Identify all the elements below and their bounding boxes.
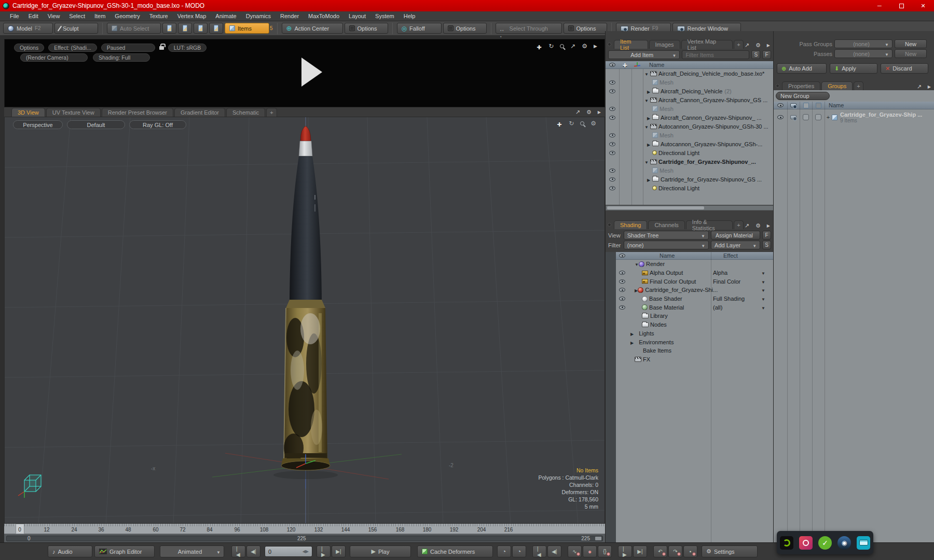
menu-dynamics[interactable]: Dynamics xyxy=(241,13,276,19)
preview-camera-button[interactable]: (Render Camera) xyxy=(20,53,88,62)
auto-key-button-3[interactable]: ▪ xyxy=(683,545,697,557)
table-row[interactable]: Aircraft_Cannon_Gryazev-Shipunov_GS ... xyxy=(606,95,774,104)
expander-icon[interactable] xyxy=(645,176,652,183)
table-row[interactable]: Alpha Output Alpha xyxy=(606,269,774,277)
filter-checkbox[interactable] xyxy=(803,114,809,120)
auto-key-button-1[interactable]: ↶ xyxy=(653,545,667,557)
red-app-icon[interactable] xyxy=(799,536,813,550)
filter-button[interactable]: F xyxy=(762,231,771,240)
filter-button[interactable]: F xyxy=(762,50,771,59)
item-list-hscrollbar[interactable] xyxy=(606,205,774,211)
tab-render-preset-browser[interactable]: Render Preset Browser xyxy=(102,108,173,117)
chevron-down-icon[interactable] xyxy=(761,296,765,302)
tab-gradient-editor[interactable]: Gradient Editor xyxy=(174,108,225,117)
gear-icon[interactable] xyxy=(756,222,761,229)
menu-layout[interactable]: Layout xyxy=(344,13,370,19)
table-row[interactable]: FX xyxy=(606,355,774,364)
table-row[interactable]: Aircraft_Deicing_Vehicle_modo_base.lxo* xyxy=(606,69,774,78)
passes-dropdown[interactable]: (none) xyxy=(834,49,892,58)
expander-icon[interactable] xyxy=(643,97,650,103)
menu-texture[interactable]: Texture xyxy=(145,13,173,19)
preview-options-button[interactable]: Options xyxy=(14,44,44,52)
tab-images[interactable]: Images xyxy=(649,40,680,49)
apply-button[interactable]: ⬇ Apply xyxy=(830,63,877,74)
chevron-down-icon[interactable] xyxy=(761,278,765,285)
timeline-ruler[interactable]: 0 12 24 36 48 60 72 84 96 108 120 132 14… xyxy=(4,524,605,534)
panel-arrow-icon[interactable] xyxy=(767,223,770,228)
key-bracket-button[interactable]: {} xyxy=(598,545,612,557)
menu-vertex-map[interactable]: Vertex Map xyxy=(173,13,211,19)
table-row[interactable]: Autocannon_Gryazev-Shipunov_GSh-... xyxy=(606,139,774,148)
chevron-down-icon[interactable] xyxy=(761,287,765,293)
table-row[interactable]: Directional Light xyxy=(606,184,774,192)
menu-file[interactable]: File xyxy=(5,13,24,19)
table-row[interactable]: Cartridge_for_Gryazev-Shipunov_... xyxy=(606,157,774,166)
eye-icon[interactable] xyxy=(609,177,615,181)
spinner-icon[interactable]: ◀▶ xyxy=(303,549,309,554)
time-marker-button-1[interactable] xyxy=(497,545,511,557)
graph-editor-button[interactable]: Graph Editor xyxy=(94,545,155,557)
eye-icon[interactable] xyxy=(609,169,615,173)
table-row[interactable]: Environments xyxy=(606,338,774,346)
menu-render[interactable]: Render xyxy=(276,13,304,19)
auto-select-button[interactable]: Auto Select xyxy=(107,23,161,34)
select-through-button[interactable]: Select Through xyxy=(496,23,562,34)
default-shading-button[interactable]: Default xyxy=(67,120,125,129)
expander-icon[interactable] xyxy=(645,141,652,147)
key-channel-button[interactable]: ∿ xyxy=(568,545,582,557)
nvidia-icon[interactable] xyxy=(780,536,793,550)
expander-icon[interactable] xyxy=(643,123,650,130)
go-end-button[interactable]: ▶| xyxy=(332,545,346,557)
preview-shading-button[interactable]: Shading: Full xyxy=(93,53,150,62)
table-row[interactable]: Mesh xyxy=(606,166,774,175)
minimize-button[interactable]: ─ xyxy=(869,0,890,11)
menu-item[interactable]: Item xyxy=(90,13,110,19)
panel-arrow-icon[interactable] xyxy=(594,44,597,49)
expander-icon[interactable] xyxy=(630,330,634,337)
menu-maxtomodo[interactable]: MaxToModo xyxy=(304,13,344,19)
filter-dropdown[interactable]: (none) xyxy=(624,241,709,249)
pan-icon[interactable] xyxy=(557,121,562,127)
time-marker-button-2[interactable] xyxy=(512,545,526,557)
selected-filter-button[interactable]: S xyxy=(762,241,771,249)
tab-properties[interactable]: Properties xyxy=(782,81,820,90)
expander-icon[interactable] xyxy=(643,71,650,77)
tab-shading[interactable]: Shading xyxy=(614,220,647,229)
lock-icon[interactable] xyxy=(159,46,164,50)
table-row[interactable]: Final Color Output Final Color xyxy=(606,277,774,286)
edges-mode-button[interactable] xyxy=(178,23,192,34)
auto-key-button-2[interactable]: ↷ xyxy=(668,545,682,557)
zoom-icon[interactable] xyxy=(580,121,584,125)
tab-add[interactable]: + xyxy=(734,220,743,229)
next-frame-key-button[interactable]: |▶ xyxy=(618,545,632,557)
pan-icon[interactable] xyxy=(537,44,542,49)
tab-channels[interactable]: Channels xyxy=(648,220,684,229)
table-row[interactable]: Mesh xyxy=(606,104,774,113)
table-row[interactable]: Lights xyxy=(606,329,774,338)
render-toggle-icon[interactable] xyxy=(790,115,796,119)
step-forward-button[interactable]: |▶ xyxy=(317,545,331,557)
preview-lut-button[interactable]: LUT: sRGB xyxy=(168,44,207,52)
polygons-mode-button[interactable] xyxy=(194,23,208,34)
assign-material-button[interactable]: Assign Material xyxy=(711,231,760,240)
eye-icon[interactable] xyxy=(609,142,615,146)
tab-uv-texture-view[interactable]: UV Texture View xyxy=(46,108,101,117)
orbit-icon[interactable] xyxy=(548,43,554,50)
action-center-button[interactable]: ⊕ Action Center xyxy=(282,23,343,34)
maximize-button[interactable] xyxy=(890,0,912,11)
expand-icon[interactable] xyxy=(570,43,575,50)
keyboard-icon[interactable] xyxy=(857,536,870,550)
add-item-dropdown[interactable]: Add Item xyxy=(608,50,680,59)
menu-view[interactable]: View xyxy=(43,13,65,19)
falloff-button[interactable]: ◎ Falloff xyxy=(397,23,442,34)
options-button-3[interactable]: Options xyxy=(564,23,607,34)
table-row[interactable]: Render xyxy=(606,260,774,269)
perspective-button[interactable]: Perspective xyxy=(13,120,63,129)
model-button[interactable]: Model F2 xyxy=(3,23,53,34)
expander-icon[interactable] xyxy=(645,115,652,121)
close-button[interactable]: ✕ xyxy=(912,0,934,11)
expander-icon[interactable] xyxy=(630,339,634,345)
eye-icon[interactable] xyxy=(609,107,615,111)
prev-frame-key-button[interactable]: ◀| xyxy=(547,545,561,557)
eye-icon[interactable] xyxy=(609,186,615,190)
